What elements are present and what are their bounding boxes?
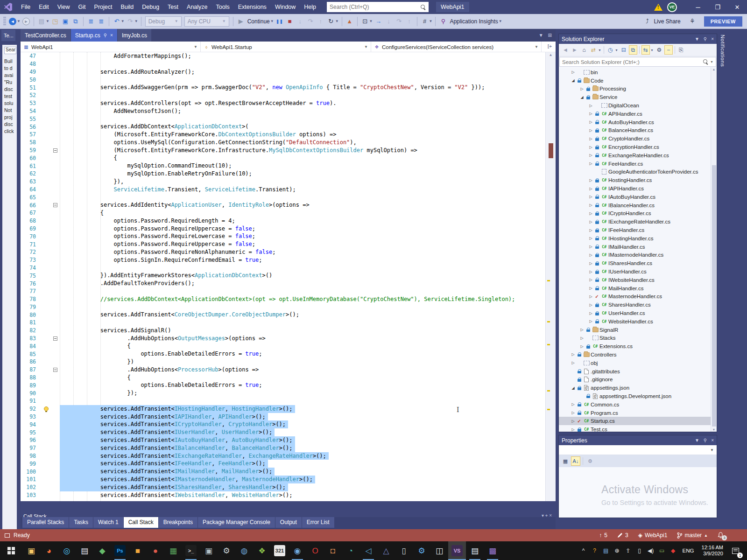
repo-selector[interactable]: ◈ WebApi1 bbox=[638, 532, 668, 539]
taskbar-firefox[interactable]: ◕ bbox=[40, 541, 58, 560]
close-icon[interactable]: × bbox=[711, 36, 714, 42]
tree-item-service[interactable]: ◢Service bbox=[559, 93, 717, 101]
code-line-81[interactable]: 81 bbox=[21, 319, 545, 327]
redo-caret[interactable]: ▼ bbox=[134, 19, 138, 23]
avatar[interactable]: VE bbox=[667, 2, 677, 12]
bottom-tab-watch-1[interactable]: Watch 1 bbox=[93, 517, 123, 528]
taskbar-notes-app[interactable]: ▤ bbox=[76, 541, 93, 560]
tree-item-imasternodehandler-cs[interactable]: ▷C#IMasternodeHandler.cs bbox=[559, 251, 717, 259]
test-explorer-search-stub[interactable]: Sear bbox=[4, 47, 16, 54]
continue-icon[interactable]: ▶ bbox=[236, 16, 246, 27]
code-line-84[interactable]: 84 { bbox=[21, 342, 545, 350]
tree-item-feehandler-cs[interactable]: ▷C#FeeHandler.cs bbox=[559, 160, 717, 168]
new-window-icon[interactable]: ▤ bbox=[37, 16, 46, 27]
step-out-icon[interactable]: ↑ bbox=[316, 16, 325, 27]
expander-icon[interactable]: ▷ bbox=[570, 427, 576, 432]
taskbar-calc-321[interactable]: 321 bbox=[271, 541, 289, 560]
se-forward-icon[interactable]: ► bbox=[571, 45, 579, 55]
lightbulb-icon[interactable] bbox=[44, 406, 49, 411]
tree-item-code[interactable]: ◢Code bbox=[559, 77, 717, 85]
scroll-down-icon[interactable]: ▼ bbox=[711, 428, 717, 431]
tab-startup-cs[interactable]: Startup.cs⚲× bbox=[71, 29, 117, 42]
menu-item-file[interactable]: File bbox=[17, 0, 35, 14]
breadcrumb-method[interactable]: ❖ ConfigureServices(IServiceCollection s… bbox=[371, 42, 542, 52]
screenshot-caret[interactable]: ▼ bbox=[369, 19, 373, 23]
tree-item-common-cs[interactable]: ▷C#Common.cs bbox=[559, 400, 717, 409]
se-sync-active-icon[interactable]: ⧉ bbox=[629, 45, 637, 55]
tree-item-program-cs[interactable]: ▷C#Program.cs bbox=[559, 409, 717, 417]
taskbar-app-brown[interactable]: ◘ bbox=[324, 541, 342, 560]
code-line-67[interactable]: 67 { bbox=[21, 209, 545, 217]
taskbar-settings-gears[interactable]: ⚙ bbox=[218, 541, 235, 560]
expander-icon[interactable]: ▷ bbox=[588, 236, 594, 240]
tree-item-iexchangeratehandler-cs[interactable]: ▷C#IExchangeRateHandler.cs bbox=[559, 217, 717, 226]
expander-icon[interactable]: ▷ bbox=[588, 220, 594, 224]
clock[interactable]: 12:16 AM 3/9/2020 bbox=[698, 545, 727, 557]
pin-icon[interactable]: ⚲ bbox=[704, 36, 707, 42]
tray-expand-icon[interactable]: ^ bbox=[578, 541, 589, 560]
scrollbar-thumb[interactable] bbox=[712, 165, 716, 427]
expander-icon[interactable]: ▷ bbox=[570, 70, 576, 74]
tab-list-caret-icon[interactable]: ▼ bbox=[539, 33, 543, 38]
nav-forward-icon[interactable]: ► bbox=[21, 16, 31, 27]
taskbar-app-blue-a[interactable]: ◎ bbox=[58, 541, 76, 560]
expander-icon[interactable]: ▷ bbox=[588, 245, 594, 249]
continue-caret[interactable]: ▼ bbox=[270, 19, 274, 23]
code-line-63[interactable]: 63 }), bbox=[21, 178, 545, 186]
expander-icon[interactable]: ▷ bbox=[588, 211, 594, 216]
code-metrics-caret[interactable]: ▼ bbox=[429, 19, 433, 23]
tab-imyjob-cs[interactable]: ImyJob.cs bbox=[118, 29, 151, 42]
taskbar-mouse-config[interactable]: ▯ bbox=[395, 541, 413, 560]
expander-icon[interactable]: ▷ bbox=[588, 203, 594, 207]
tree-item--gitattributes[interactable]: .gitattributes bbox=[559, 367, 717, 376]
stop-icon[interactable]: ■ bbox=[285, 16, 295, 27]
expander-icon[interactable]: ▷ bbox=[588, 278, 594, 282]
code-line-73[interactable]: 73 options.SignIn.RequireConfirmedEmail … bbox=[21, 256, 545, 264]
code-line-50[interactable]: 50 bbox=[21, 76, 545, 84]
code-line-55[interactable]: 55 bbox=[21, 115, 545, 123]
code-line-91[interactable]: 91 bbox=[21, 397, 545, 405]
code-line-93[interactable]: 93 services.AddTransient<IAPIHandler, AP… bbox=[21, 413, 545, 421]
scroll-up-icon[interactable]: ▲ bbox=[546, 53, 556, 57]
code-line-101[interactable]: 101 services.AddTransient<IMasternodeHan… bbox=[21, 476, 545, 483]
menu-item-analyze[interactable]: Analyze bbox=[183, 0, 211, 14]
warning-icon[interactable] bbox=[654, 4, 662, 11]
expander-icon[interactable]: ▷ bbox=[570, 419, 576, 423]
taskbar-sticky-list[interactable]: ▤ bbox=[466, 541, 484, 560]
start-button[interactable] bbox=[0, 541, 22, 560]
go-down-icon[interactable]: ↓ bbox=[384, 16, 394, 27]
tree-item-controllers[interactable]: ▷Controllers bbox=[559, 350, 717, 359]
scrollbar-thumb[interactable] bbox=[549, 143, 553, 158]
notifications-bell[interactable]: 3 bbox=[718, 532, 724, 539]
expander-icon[interactable]: ▷ bbox=[588, 270, 594, 274]
chevron-down-icon[interactable]: ▼ bbox=[695, 36, 699, 42]
se-refresh-icon[interactable]: ⎘ bbox=[677, 45, 685, 55]
new-window-caret[interactable]: ▼ bbox=[46, 19, 49, 23]
menu-item-build[interactable]: Build bbox=[116, 0, 138, 14]
properties-header[interactable]: Properties ▼ ⚲ × bbox=[559, 435, 717, 445]
se-track-item-icon[interactable]: ⇆ bbox=[641, 45, 650, 55]
bottom-tab-tasks[interactable]: Tasks bbox=[69, 517, 93, 528]
notifications-tab[interactable]: Notifications bbox=[720, 35, 726, 67]
code-line-95[interactable]: 95 services.AddTransient<IUserHandler, U… bbox=[21, 428, 545, 436]
test-explorer-tab[interactable]: Te... bbox=[1, 30, 15, 41]
pin-icon[interactable]: ⚲ bbox=[704, 438, 707, 443]
restart-icon[interactable]: ↻ bbox=[326, 16, 336, 27]
fold-collapse-icon[interactable] bbox=[53, 336, 57, 341]
expander-icon[interactable]: ▷ bbox=[579, 328, 585, 332]
language-indicator[interactable]: ENG bbox=[679, 548, 698, 553]
expander-icon[interactable]: ▷ bbox=[570, 411, 576, 415]
loop-icon[interactable]: ↷ bbox=[395, 16, 404, 27]
se-preview-items-icon[interactable]: − bbox=[664, 45, 673, 55]
expander-icon[interactable]: ▷ bbox=[588, 286, 594, 290]
se-home-icon[interactable]: ⌂ bbox=[580, 45, 588, 55]
tree-item-masternodehandler-cs[interactable]: ▷✓C#MasternodeHandler.cs bbox=[559, 293, 717, 301]
tree-item-encryptionhandler-cs[interactable]: ▷C#EncryptionHandler.cs bbox=[559, 143, 717, 151]
tree-item-test-cs[interactable]: ▷C#Test.cs bbox=[559, 425, 717, 432]
expander-icon[interactable]: ▷ bbox=[588, 187, 594, 191]
scroll-up-icon[interactable]: ▲ bbox=[711, 68, 717, 71]
code-metrics-icon[interactable]: # bbox=[420, 16, 430, 27]
code-line-77[interactable]: 77 bbox=[21, 287, 545, 295]
pause-icon[interactable]: ❚❚ bbox=[275, 16, 284, 27]
expander-icon[interactable]: ▷ bbox=[588, 311, 594, 315]
